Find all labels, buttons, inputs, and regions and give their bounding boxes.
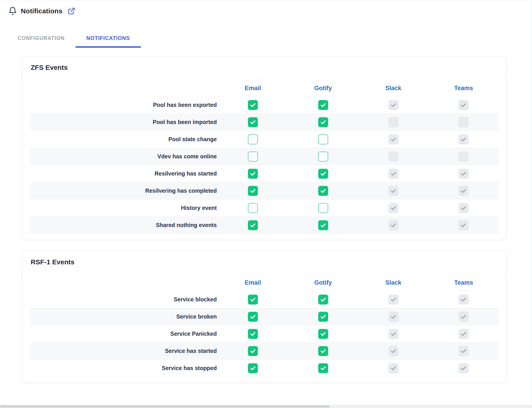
- gotify-checkbox[interactable]: [318, 346, 328, 356]
- check-icon: [390, 222, 397, 229]
- tab-configuration[interactable]: CONFIGURATION: [7, 31, 76, 48]
- checkbox-cell: [288, 117, 358, 127]
- checkbox-cell: [429, 117, 499, 127]
- open-in-new-icon[interactable]: [67, 7, 76, 15]
- check-icon: [249, 102, 256, 109]
- horizontal-scrollbar-thumb[interactable]: [0, 405, 329, 408]
- teams-checkbox: [459, 346, 469, 356]
- column-header-email: Email: [218, 279, 288, 286]
- teams-checkbox: [459, 220, 469, 230]
- app-header: Notifications: [0, 0, 532, 22]
- event-label: Pool has been imported: [30, 119, 218, 125]
- check-icon: [460, 170, 467, 177]
- event-label: Resilvering has completed: [30, 187, 218, 194]
- gotify-checkbox[interactable]: [318, 100, 328, 110]
- email-checkbox[interactable]: [248, 186, 258, 196]
- email-checkbox[interactable]: [248, 100, 258, 110]
- teams-checkbox: [459, 186, 469, 196]
- checkbox-cell: [429, 100, 499, 110]
- email-checkbox[interactable]: [248, 346, 258, 356]
- horizontal-scrollbar[interactable]: [0, 405, 532, 408]
- check-icon: [390, 205, 397, 212]
- checkbox-cell: [288, 203, 358, 213]
- event-label: Resilvering has started: [30, 170, 218, 177]
- teams-checkbox: [459, 134, 469, 144]
- column-header-slack: Slack: [358, 85, 429, 92]
- slack-checkbox: [388, 329, 398, 339]
- gotify-checkbox[interactable]: [318, 295, 328, 305]
- checkbox-cell: [429, 346, 499, 356]
- checkbox-cell: [429, 134, 499, 144]
- checkbox-cell: [288, 220, 358, 230]
- checkbox-cell: [429, 312, 499, 322]
- check-icon: [460, 296, 467, 303]
- gotify-checkbox[interactable]: [318, 312, 328, 322]
- check-icon: [460, 205, 467, 212]
- table-row: Resilvering has started: [30, 165, 499, 182]
- event-label: Pool state change: [30, 136, 218, 143]
- check-icon: [390, 170, 397, 177]
- checkbox-cell: [218, 312, 288, 322]
- checkbox-cell: [429, 295, 499, 305]
- table-row: Pool has been imported: [30, 114, 499, 131]
- column-header-gotify: Gotify: [288, 85, 358, 92]
- email-checkbox[interactable]: [248, 329, 258, 339]
- gotify-checkbox[interactable]: [318, 186, 328, 196]
- gotify-checkbox[interactable]: [318, 220, 328, 230]
- column-header-email: Email: [218, 85, 288, 92]
- check-icon: [390, 102, 397, 109]
- gotify-checkbox[interactable]: [318, 329, 328, 339]
- checkbox-cell: [288, 329, 358, 339]
- email-checkbox[interactable]: [248, 152, 258, 162]
- slack-checkbox: [388, 203, 398, 213]
- checkbox-cell: [429, 169, 499, 179]
- check-icon: [320, 170, 326, 177]
- checkbox-cell: [288, 100, 358, 110]
- checkbox-cell: [218, 203, 288, 213]
- gotify-checkbox[interactable]: [318, 169, 328, 179]
- slack-checkbox: [388, 346, 398, 356]
- teams-checkbox: [459, 169, 469, 179]
- gotify-checkbox[interactable]: [318, 363, 328, 373]
- check-icon: [320, 331, 326, 337]
- tab-bar: CONFIGURATION NOTIFICATIONS: [0, 31, 532, 48]
- checkbox-cell: [358, 312, 429, 322]
- check-icon: [249, 222, 256, 229]
- email-checkbox[interactable]: [248, 220, 258, 230]
- table-header-row: EmailGotifySlackTeams: [30, 80, 499, 96]
- email-checkbox[interactable]: [248, 295, 258, 305]
- check-icon: [320, 296, 326, 303]
- checkbox-cell: [429, 203, 499, 213]
- email-checkbox[interactable]: [248, 363, 258, 373]
- email-checkbox[interactable]: [248, 312, 258, 322]
- event-label: Service has started: [30, 348, 218, 354]
- checkbox-cell: [358, 220, 429, 230]
- email-checkbox[interactable]: [248, 134, 258, 144]
- slack-checkbox: [388, 152, 398, 162]
- gotify-checkbox[interactable]: [318, 203, 328, 213]
- checkbox-cell: [218, 152, 288, 162]
- checkbox-cell: [358, 346, 429, 356]
- gotify-checkbox[interactable]: [318, 152, 328, 162]
- email-checkbox[interactable]: [248, 117, 258, 127]
- check-icon: [249, 170, 256, 177]
- slack-checkbox: [388, 363, 398, 373]
- checkbox-cell: [288, 346, 358, 356]
- checkbox-cell: [288, 169, 358, 179]
- email-checkbox[interactable]: [248, 203, 258, 213]
- check-icon: [249, 331, 256, 337]
- email-checkbox[interactable]: [248, 169, 258, 179]
- slack-checkbox: [388, 312, 398, 322]
- check-icon: [390, 187, 397, 194]
- check-icon: [320, 222, 326, 229]
- checkbox-cell: [288, 186, 358, 196]
- gotify-checkbox[interactable]: [318, 117, 328, 127]
- checkbox-cell: [358, 169, 429, 179]
- check-icon: [249, 313, 256, 320]
- tab-notifications[interactable]: NOTIFICATIONS: [76, 31, 141, 48]
- check-icon: [249, 365, 256, 372]
- teams-checkbox: [459, 100, 469, 110]
- check-icon: [460, 313, 467, 320]
- gotify-checkbox[interactable]: [318, 134, 328, 144]
- checkbox-cell: [218, 363, 288, 373]
